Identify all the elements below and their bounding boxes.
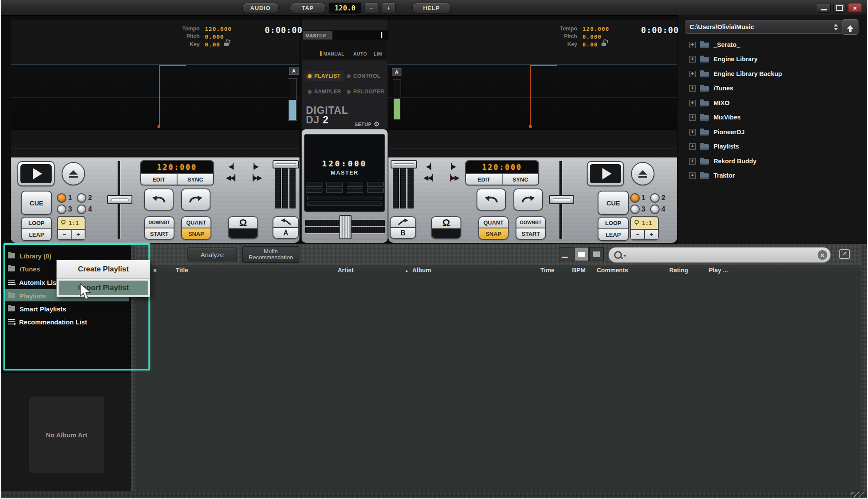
bpm-minus-button[interactable]: − [365,3,378,13]
control-tab[interactable]: CONTROL [347,71,381,81]
folder-row[interactable]: +MixVibes [689,112,741,122]
key-unlock-icon[interactable] [224,43,229,46]
playlist-tab[interactable]: PLAYLIST [304,71,345,81]
view-large-button[interactable] [589,247,604,261]
sidebar-item-library[interactable]: +Library (0) [8,251,51,261]
hotcue-1-radio[interactable] [630,193,640,203]
sync-button[interactable]: SYNC [502,174,538,185]
search-input[interactable] [627,249,818,261]
hotcue-3[interactable]: 3 [630,205,645,214]
loop-minus-button[interactable]: − [631,230,644,239]
expand-icon[interactable]: + [689,71,696,77]
snap-button[interactable]: SNAP [479,228,508,239]
deck-b-assign-button[interactable]: B [390,216,416,239]
loop-plus-button[interactable]: + [71,230,85,239]
tap-button[interactable]: TAP [290,3,326,13]
expand-icon[interactable]: + [689,42,696,48]
crossfader-handle[interactable] [339,215,352,239]
snap-button[interactable]: SNAP [182,228,210,239]
column-comments[interactable]: Comments [597,267,628,274]
folder-row[interactable]: +Playlists [689,142,739,151]
loop-button[interactable]: LOOP [22,218,51,228]
waveform-b[interactable] [388,64,677,130]
view-small-button[interactable] [559,247,573,261]
expand-icon[interactable]: + [689,129,696,135]
hotcue-1-radio[interactable] [57,193,66,203]
volume-fader-handle[interactable] [391,160,417,169]
expand-icon[interactable]: + [689,56,696,63]
pitch-fader-handle[interactable] [107,195,132,204]
sidebar-item-automix-list[interactable]: Automix List [8,277,59,288]
play-button[interactable] [587,161,624,186]
volume-fader-handle[interactable] [273,160,299,169]
expand-icon[interactable]: + [689,100,696,106]
sidebar-item-itunes[interactable]: +iTunes [8,264,40,274]
start-button[interactable]: START [145,228,174,239]
sidebar-item-playlists[interactable]: +Playlists [8,291,46,301]
key-unlock-icon[interactable] [602,43,606,46]
search-filter-dropdown-icon[interactable] [623,255,627,259]
undo-button[interactable] [477,188,506,211]
loop-plus-button[interactable]: + [644,230,658,239]
expand-icon[interactable]: + [689,172,696,179]
search-clear-button[interactable]: × [818,250,827,260]
external-window-button[interactable]: ↗ [839,249,850,259]
column-time[interactable]: Time [540,267,554,274]
analyze-button[interactable]: Analyze [187,248,237,261]
mufin-recommendation-button[interactable]: MufinRecommendation [242,246,299,263]
view-medium-button[interactable] [574,247,589,261]
seek-forward-button[interactable]: ▕▶▶ [446,174,459,181]
leap-button[interactable]: LEAP [22,228,51,240]
path-stepper[interactable] [829,20,842,33]
column-play[interactable]: Play ... [709,267,728,274]
play-button[interactable] [17,161,55,186]
edit-button[interactable]: EDIT [466,174,502,185]
import-playlist-menu-item[interactable]: Import Playlist [59,281,148,295]
column-artist[interactable]: Artist [338,267,354,274]
expand-icon[interactable]: + [689,143,696,150]
create-playlist-menu-item[interactable]: Create Playlist [57,260,150,278]
seek-back-button[interactable]: ◀◀▏ [226,174,239,181]
folder-row[interactable]: +PioneerDJ [689,127,745,137]
folder-row[interactable]: +iTunes [689,83,733,93]
setup-button[interactable]: SETUP ⚙ [355,120,380,128]
column-album[interactable]: Album [412,267,431,274]
folder-row[interactable]: +Traktor [689,171,735,180]
volume-fader-track[interactable] [408,169,414,208]
column-bpm[interactable]: BPM [572,267,585,274]
hotcue-2-radio[interactable] [650,193,660,203]
headphone-cue-button[interactable]: Ω [431,216,461,239]
seek-forward-button[interactable]: ▕▶▶ [249,174,261,181]
path-dropdown[interactable]: C:\Users\Olivia\Music [685,20,843,34]
folder-row[interactable]: +MIXO [689,98,730,108]
lim-mode[interactable]: LIM [374,51,382,56]
loop-minus-button[interactable]: − [58,230,71,239]
folder-row[interactable]: +Engine Library [689,54,758,64]
expand-icon[interactable]: + [689,85,696,92]
track-table-body[interactable] [135,276,867,491]
expand-icon[interactable]: + [689,114,696,121]
hotcue-4[interactable]: 4 [77,205,92,214]
minimize-button[interactable] [817,3,831,13]
downbeat-button[interactable]: DOWNBT [516,217,545,228]
hotcue-2[interactable]: 2 [77,193,92,203]
volume-fader-track[interactable] [289,169,296,208]
hotcue-2-radio[interactable] [77,193,86,203]
folder-row[interactable]: +Rekord Buddy [689,156,756,166]
manual-mode[interactable]: MANUAL [323,51,345,56]
redo-button[interactable] [513,188,543,211]
column-title[interactable]: Title [176,267,188,274]
loop-button[interactable]: LOOP [598,218,628,228]
nudge-back-button[interactable]: ◀▏ [229,163,237,170]
help-button[interactable]: HELP [412,3,450,13]
undo-button[interactable] [144,188,174,211]
limiter-cursor[interactable] [381,32,382,38]
column-rating[interactable]: Rating [669,267,688,274]
sidebar-item-recommendation-list[interactable]: Recommendation List [8,317,87,327]
relooper-tab[interactable]: RELOOPER [347,86,384,97]
column-status[interactable]: s [153,267,157,274]
downbeat-button[interactable]: DOWNBT [145,217,174,228]
pitch-fader-handle[interactable] [549,195,574,204]
bpm-plus-button[interactable]: + [382,3,396,13]
maximize-button[interactable] [833,3,845,13]
